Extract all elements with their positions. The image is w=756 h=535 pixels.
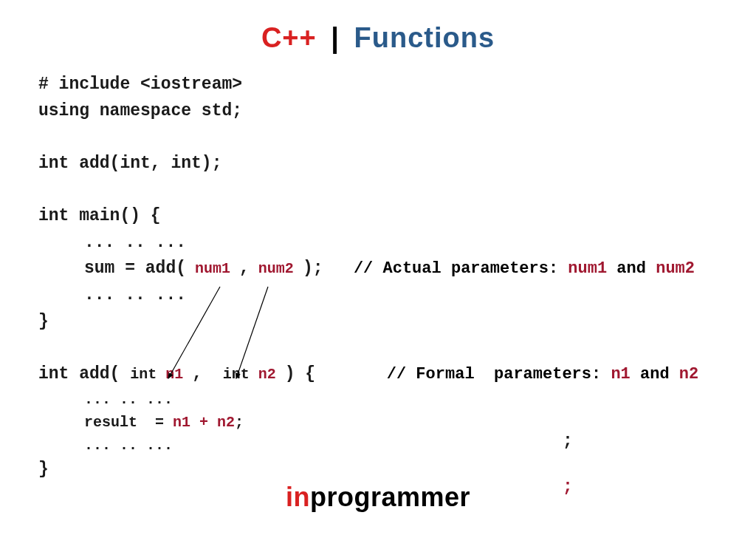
code-dots: ... .. ... [38,282,756,309]
comment-actual: // Actual parameters: num1 and num2 [354,259,695,278]
code-block: # include <iostream> using namespace std… [0,69,756,483]
title-separator: | [331,22,340,53]
footer-brand: inprogrammer [0,482,756,513]
comment-formal: // Formal parameters: n1 and n2 [387,365,698,384]
actual-param-num1: num1 [186,260,239,277]
code-using: using namespace std; [38,98,756,125]
code-dots: ... .. ... [38,388,756,411]
code-close-brace: } [38,457,756,483]
code-include: # include <iostream> [38,72,756,98]
code-fn-def: int add( int n1 , int n2 ) { // Formal p… [38,361,756,388]
code-empty [38,124,756,151]
code-close-brace: } [38,309,756,335]
footer-programmer: programmer [310,482,470,512]
title-functions: Functions [354,22,495,53]
code-call: sum = add( num1 , num2 ); // Actual para… [38,256,756,282]
code-result: result = n1 + n2; [38,411,756,434]
footer-in: in [286,482,310,512]
code-dots: ... .. ... [38,434,756,457]
formal-param-n1: n1 [165,366,192,383]
title-cpp: C++ [261,22,317,53]
code-prototype: int add(int, int); [38,151,756,177]
code-empty [38,335,756,361]
page-title: C++ | Functions [0,0,756,69]
code-dots: ... .. ... [38,230,756,256]
actual-param-num2: num2 [250,260,303,277]
code-main: int main() { [38,203,756,230]
formal-param-n2: n2 [258,366,285,383]
code-empty [38,177,756,204]
stray-semicolon: ; [563,429,573,455]
